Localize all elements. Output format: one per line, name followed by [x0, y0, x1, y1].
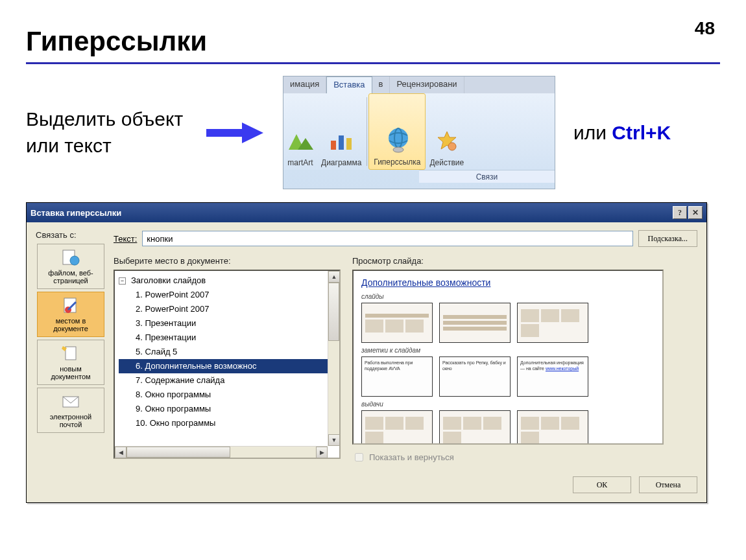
side-btn-label: новым документом	[40, 365, 101, 380]
scroll-down-icon[interactable]: ▼	[328, 434, 340, 446]
tree-item[interactable]: 6. Дополнительные возможнос	[119, 359, 328, 373]
ribbon-snippet: имация Вставка в Рецензировани martArt Д…	[283, 76, 555, 189]
close-button[interactable]: ✕	[688, 206, 703, 219]
link-with-label: Связать с:	[36, 230, 77, 240]
arrow-icon	[206, 120, 265, 146]
tree-item[interactable]: 9. Окно программы	[119, 402, 328, 416]
ribbon-group-label: Связи	[419, 170, 555, 183]
tree-root-item[interactable]: − Заголовки слайдов	[119, 274, 328, 288]
preview-thumb	[361, 410, 433, 445]
preview-thumb	[439, 303, 511, 343]
tree-item[interactable]: 7. Содержание слайда	[119, 373, 328, 388]
preview-note-card: Работа выполнена при поддержке AVVA	[361, 356, 433, 397]
svg-rect-0	[206, 129, 242, 137]
ribbon-tab[interactable]: в	[372, 76, 391, 93]
preview-thumb	[361, 303, 433, 343]
ribbon-separator	[367, 97, 367, 166]
svg-point-12	[70, 256, 79, 265]
scroll-right-icon[interactable]: ▶	[316, 447, 328, 458]
scrollbar-vertical[interactable]: ▲ ▼	[328, 271, 339, 446]
instruction-text: Выделить объект или текст	[26, 106, 188, 159]
show-return-label: Показать и вернуться	[369, 452, 454, 462]
tree-item[interactable]: 10. Окно программы	[119, 416, 328, 430]
svg-rect-4	[331, 141, 336, 150]
preview-slide-title: Дополнительные возможности	[361, 277, 655, 288]
tree-item[interactable]: 1. PowerPoint 2007	[119, 288, 328, 302]
ribbon-tab[interactable]: Рецензировани	[390, 76, 464, 93]
scroll-up-icon[interactable]: ▲	[328, 271, 340, 283]
tree-item[interactable]: 4. Презентации	[119, 331, 328, 345]
slide-preview: Дополнительные возможности слайды заметк…	[352, 270, 664, 445]
scroll-thumb[interactable]	[126, 447, 230, 458]
svg-marker-1	[242, 122, 263, 143]
ribbon-hyperlink-button[interactable]: Гиперссылка	[368, 93, 426, 170]
preview-section-label: слайды	[361, 293, 655, 300]
tree-item[interactable]: 3. Презентации	[119, 316, 328, 331]
svg-rect-6	[346, 138, 352, 150]
preview-section-label: заметки к слайдам	[361, 347, 655, 354]
email-icon	[60, 392, 81, 410]
svg-rect-5	[339, 135, 344, 150]
side-btn-file-web[interactable]: файлом, веб-страницей	[37, 244, 104, 289]
title-rule	[26, 62, 720, 64]
page-title: Гиперссылки	[26, 26, 720, 57]
svg-point-7	[389, 128, 408, 148]
collapse-icon[interactable]: −	[119, 277, 126, 285]
side-btn-label: файлом, веб-страницей	[40, 269, 101, 285]
ribbon-tab[interactable]: имация	[283, 76, 326, 93]
svg-rect-15	[66, 347, 76, 360]
ribbon-btn-label: Действие	[429, 158, 464, 167]
tree-item[interactable]: 8. Окно программы	[119, 388, 328, 402]
preview-section-label: выдачи	[361, 401, 655, 408]
place-in-doc-icon	[60, 296, 81, 314]
help-button[interactable]: ?	[673, 206, 687, 219]
hyperlink-globe-icon	[384, 128, 410, 154]
new-doc-icon	[60, 344, 81, 362]
smartart-icon	[287, 128, 313, 154]
page-number: 48	[695, 18, 715, 39]
side-btn-place-in-doc[interactable]: местом в документе	[37, 292, 104, 337]
side-btn-new-doc[interactable]: новым документом	[37, 340, 104, 385]
show-return-checkbox	[355, 453, 363, 461]
preview-note-card: Рассказать про Репку, бабку и окно	[439, 356, 511, 397]
scrollbar-horizontal[interactable]: ◀ ▶	[115, 446, 328, 458]
file-web-icon	[60, 248, 81, 266]
side-btn-label: электронной почтой	[40, 413, 101, 428]
svg-point-10	[448, 143, 456, 150]
preview-thumb	[517, 303, 588, 343]
ribbon-smartart-button[interactable]: martArt	[283, 93, 317, 170]
side-btn-label: местом в документе	[40, 317, 101, 332]
ribbon-btn-label: martArt	[287, 158, 313, 167]
text-label: Текст:	[114, 234, 137, 244]
chart-icon	[328, 128, 354, 154]
ribbon-btn-label: Гиперссылка	[374, 158, 420, 167]
shortcut-text: Ctrl+K	[612, 122, 671, 143]
action-icon	[434, 128, 460, 154]
ribbon-tabs: имация Вставка в Рецензировани	[283, 76, 555, 93]
ribbon-btn-label: Диаграмма	[321, 158, 361, 167]
text-input[interactable]	[142, 231, 632, 246]
ribbon-chart-button[interactable]: Диаграмма	[317, 93, 365, 170]
cancel-button[interactable]: Отмена	[639, 476, 697, 493]
tree-listbox[interactable]: − Заголовки слайдов 1. PowerPoint 20072.…	[114, 270, 341, 459]
ribbon-tab-active[interactable]: Вставка	[326, 76, 372, 93]
scroll-left-icon[interactable]: ◀	[115, 447, 126, 458]
preview-thumb	[517, 410, 588, 445]
ok-button[interactable]: ОК	[573, 476, 631, 493]
or-text: или Ctrl+K	[573, 122, 671, 144]
preview-note-card: Дополнительная информация — на сайте www…	[517, 356, 588, 397]
insert-hyperlink-dialog: Вставка гиперссылки ? ✕ Связать с: файло…	[26, 202, 707, 503]
preview-thumb	[439, 410, 511, 445]
dialog-titlebar: Вставка гиперссылки ? ✕	[27, 203, 706, 222]
hint-button[interactable]: Подсказка...	[638, 230, 697, 247]
side-btn-email[interactable]: электронной почтой	[37, 388, 104, 433]
ribbon-action-button[interactable]: Действие	[426, 93, 468, 170]
tree-label: Выберите место в документе:	[114, 256, 341, 266]
dialog-title-text: Вставка гиперссылки	[30, 208, 121, 218]
scroll-thumb[interactable]	[328, 283, 339, 341]
tree-item[interactable]: 2. PowerPoint 2007	[119, 302, 328, 316]
preview-label: Просмотр слайда:	[352, 256, 697, 266]
tree-item[interactable]: 5. Слайд 5	[119, 345, 328, 359]
